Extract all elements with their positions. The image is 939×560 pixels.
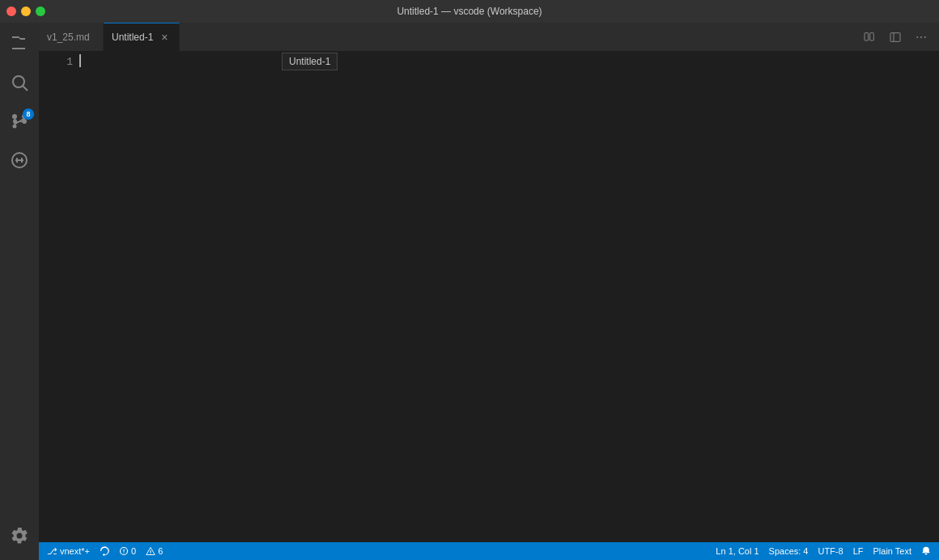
title-bar: Untitled-1 — vscode (Workspace): [0, 0, 939, 23]
position-label: Ln 1, Col 1: [716, 546, 758, 556]
activity-bar: 8: [0, 23, 39, 560]
settings-icon: [10, 526, 29, 545]
tab-label: v1_25.md: [47, 32, 90, 43]
activity-bar-bottom: [0, 518, 39, 560]
svg-point-17: [924, 36, 926, 38]
sync-icon: [100, 546, 109, 556]
spaces-label: Spaces: 4: [769, 546, 809, 556]
warning-icon: [146, 546, 155, 556]
status-branch[interactable]: ⎇ vnext*+: [42, 542, 95, 560]
error-count: 0: [131, 546, 136, 556]
status-eol[interactable]: LF: [848, 542, 869, 560]
minimize-button[interactable]: [21, 6, 31, 16]
sidebar-item-explorer[interactable]: [0, 26, 39, 62]
status-bar-right: Ln 1, Col 1 Spaces: 4 UTF-8 LF Plain Tex…: [711, 542, 936, 560]
files-icon: [10, 34, 29, 53]
line-numbers: 1: [39, 51, 79, 542]
more-actions-button[interactable]: [910, 26, 933, 49]
sidebar-item-search[interactable]: [0, 65, 39, 100]
status-warnings[interactable]: 6: [141, 542, 168, 560]
tab-label-active: Untitled-1: [112, 32, 153, 43]
language-label: Plain Text: [873, 546, 912, 556]
source-control-badge: 8: [23, 108, 34, 120]
status-language[interactable]: Plain Text: [869, 542, 917, 560]
more-icon: [915, 31, 928, 44]
activity-bar-top: 8: [0, 26, 39, 518]
editor-text-area[interactable]: [79, 51, 939, 542]
editor-content[interactable]: 1: [39, 51, 939, 542]
layout-icon: [889, 31, 902, 44]
bell-icon: [921, 546, 931, 556]
tab-v1-25[interactable]: v1_25.md: [39, 23, 104, 51]
traffic-lights: [6, 6, 45, 16]
tab-close-button[interactable]: ×: [158, 31, 171, 44]
svg-rect-12: [870, 32, 874, 40]
status-sync[interactable]: [95, 542, 114, 560]
tab-bar: v1_25.md Untitled-1 × Untitled-1: [39, 23, 939, 51]
status-encoding[interactable]: UTF-8: [813, 542, 848, 560]
editor-area: v1_25.md Untitled-1 × Untitled-1: [39, 23, 939, 560]
status-spaces[interactable]: Spaces: 4: [764, 542, 814, 560]
window-title: Untitled-1 — vscode (Workspace): [397, 6, 542, 17]
error-icon: [119, 546, 129, 556]
branch-label: vnext*+: [60, 546, 90, 556]
search-icon: [10, 73, 29, 92]
status-errors[interactable]: 0: [114, 542, 141, 560]
eol-label: LF: [853, 546, 864, 556]
sidebar-item-extensions[interactable]: [0, 142, 39, 178]
svg-rect-11: [865, 32, 869, 40]
svg-line-1: [23, 87, 28, 91]
svg-point-22: [151, 553, 151, 554]
svg-point-16: [920, 36, 922, 38]
status-position[interactable]: Ln 1, Col 1: [711, 542, 763, 560]
svg-rect-13: [890, 32, 900, 41]
tab-untitled-1[interactable]: Untitled-1 × Untitled-1: [104, 23, 180, 51]
svg-point-15: [916, 36, 918, 38]
split-editor-icon: [863, 31, 876, 44]
status-bar-left: ⎇ vnext*+ 0: [42, 542, 168, 560]
main-layout: 8 v1_25.md: [0, 23, 939, 560]
svg-point-0: [13, 76, 24, 87]
split-editor-button[interactable]: [858, 26, 881, 49]
encoding-label: UTF-8: [818, 546, 843, 556]
line-number-1: 1: [52, 54, 73, 70]
sidebar-item-settings[interactable]: [0, 518, 39, 554]
text-cursor: [79, 54, 81, 67]
svg-point-20: [123, 553, 124, 554]
sidebar-item-source-control[interactable]: 8: [0, 104, 39, 139]
toggle-sidebar-button[interactable]: [884, 26, 907, 49]
close-button[interactable]: [6, 6, 16, 16]
svg-point-4: [13, 125, 17, 129]
cursor-line: [79, 54, 939, 67]
branch-icon: ⎇: [47, 546, 57, 557]
status-bar: ⎇ vnext*+ 0: [39, 542, 939, 560]
status-notifications[interactable]: [916, 542, 936, 560]
svg-point-2: [13, 115, 17, 119]
warning-count: 6: [158, 546, 163, 556]
tab-bar-actions: [858, 23, 933, 51]
maximize-button[interactable]: [36, 6, 45, 16]
extensions-icon: [10, 151, 29, 170]
